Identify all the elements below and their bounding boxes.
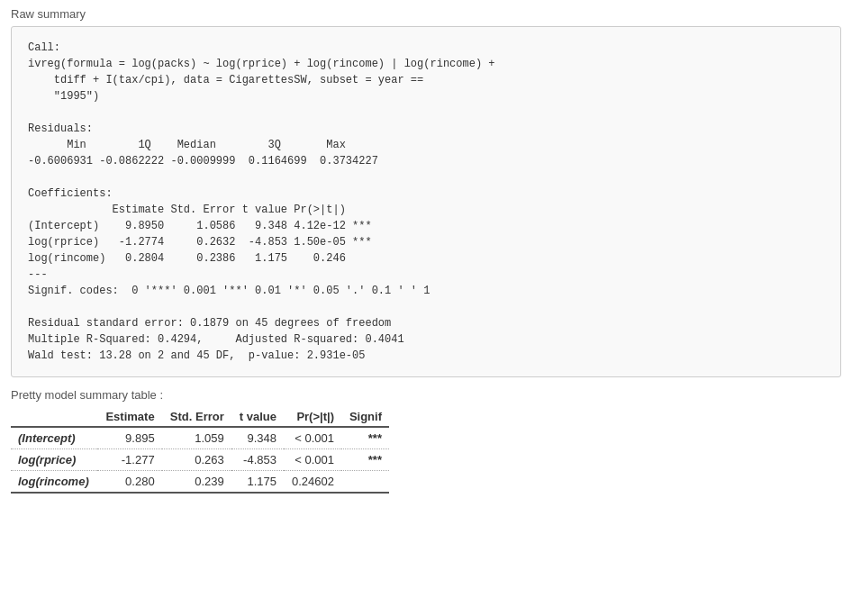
cell-std-error: 0.239 (162, 471, 231, 494)
cell-pr: < 0.001 (284, 427, 341, 449)
raw-summary-section: Raw summary Call: ivreg(formula = log(pa… (11, 7, 841, 377)
cell-std-error: 0.263 (162, 449, 231, 471)
cell-pr: < 0.001 (284, 449, 341, 471)
col-header-t-value: t value (231, 407, 284, 427)
cell-estimate: -1.277 (97, 449, 161, 471)
col-header-std-error: Std. Error (162, 407, 231, 427)
table-header-row: Estimate Std. Error t value Pr(>|t|) Sig… (11, 407, 389, 427)
pretty-summary-section: Pretty model summary table : Estimate St… (11, 388, 841, 494)
table-row: log(rincome)0.2800.2391.1750.24602 (11, 471, 389, 494)
raw-summary-title: Raw summary (11, 7, 841, 21)
raw-summary-content: Call: ivreg(formula = log(packs) ~ log(r… (28, 40, 824, 364)
cell-signif: *** (341, 449, 389, 471)
cell-std-error: 1.059 (162, 427, 231, 449)
cell-t-value: -4.853 (231, 449, 284, 471)
cell-estimate: 0.280 (97, 471, 161, 494)
cell-estimate: 9.895 (97, 427, 161, 449)
col-header-signif: Signif (341, 407, 389, 427)
cell-signif: *** (341, 427, 389, 449)
cell-row-name: log(rprice) (11, 449, 97, 471)
pretty-summary-table: Estimate Std. Error t value Pr(>|t|) Sig… (11, 407, 389, 494)
cell-signif (341, 471, 389, 494)
col-header-estimate: Estimate (97, 407, 161, 427)
cell-t-value: 9.348 (231, 427, 284, 449)
cell-row-name: log(rincome) (11, 471, 97, 494)
pretty-summary-title: Pretty model summary table : (11, 388, 841, 402)
cell-row-name: (Intercept) (11, 427, 97, 449)
cell-t-value: 1.175 (231, 471, 284, 494)
raw-summary-box: Call: ivreg(formula = log(packs) ~ log(r… (11, 26, 841, 377)
table-row: log(rprice)-1.2770.263-4.853< 0.001*** (11, 449, 389, 471)
table-row: (Intercept)9.8951.0599.348< 0.001*** (11, 427, 389, 449)
cell-pr: 0.24602 (284, 471, 341, 494)
col-header-name (11, 407, 97, 427)
col-header-pr: Pr(>|t|) (284, 407, 341, 427)
